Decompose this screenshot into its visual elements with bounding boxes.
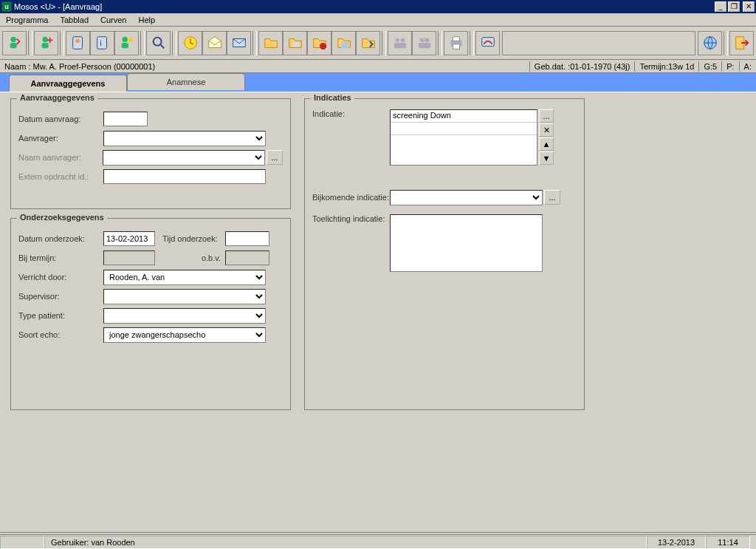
input-tijd-onderzoek[interactable] bbox=[225, 231, 269, 246]
label-verricht-door: Verricht door: bbox=[18, 273, 103, 282]
tool-person-add[interactable] bbox=[34, 31, 58, 55]
svg-point-15 bbox=[395, 38, 399, 43]
svg-rect-17 bbox=[394, 43, 406, 48]
svg-point-10 bbox=[153, 38, 161, 46]
label-type-patient: Type patient: bbox=[18, 311, 103, 320]
svg-point-16 bbox=[400, 38, 405, 43]
svg-point-14 bbox=[320, 43, 326, 50]
tool-group-1[interactable] bbox=[388, 31, 412, 55]
label-obv: o.b.v. bbox=[162, 253, 225, 262]
label-extern-opdracht: Extern opdracht id.: bbox=[18, 172, 103, 181]
group-onderzoeksgegevens: Onderzoeksgegevens Datum onderzoek: Tijd… bbox=[10, 218, 291, 410]
patient-name: Naam : Mw. A. Proef-Persoon (00000001) bbox=[0, 61, 159, 72]
svg-rect-22 bbox=[453, 37, 459, 41]
svg-rect-3 bbox=[41, 43, 48, 48]
tab-anamnese[interactable]: Anamnese bbox=[127, 73, 245, 90]
tab-strip: Aanvraaggegevens Anamnese bbox=[0, 73, 756, 92]
tool-exit[interactable] bbox=[729, 31, 754, 55]
patient-p: P: bbox=[721, 61, 738, 72]
label-supervisor: Supervisor: bbox=[18, 292, 103, 301]
group-indicaties: Indicaties Indicatie: screening Down ...… bbox=[304, 98, 585, 410]
tool-folder-warn[interactable] bbox=[307, 31, 331, 55]
restore-button[interactable]: ❐ bbox=[728, 1, 740, 12]
tool-folder-2[interactable] bbox=[283, 31, 307, 55]
tool-folder-3[interactable] bbox=[331, 31, 356, 55]
tool-mail-send[interactable] bbox=[227, 31, 251, 55]
patient-a: A: bbox=[739, 61, 756, 72]
label-bijkomende-indicatie: Bijkomende indicatie: bbox=[312, 193, 390, 202]
menu-bar: Programma Tabblad Curven Help bbox=[0, 13, 756, 27]
tool-person-back[interactable] bbox=[2, 31, 27, 55]
tool-folder-1[interactable] bbox=[258, 31, 283, 55]
label-datum-aanvraag: Datum aanvraag: bbox=[18, 115, 103, 123]
tool-clipboard-person[interactable] bbox=[66, 31, 90, 55]
button-indicatie-up[interactable]: ▲ bbox=[539, 137, 554, 151]
list-item[interactable]: screening Down bbox=[391, 110, 537, 123]
tool-group-2[interactable] bbox=[412, 31, 436, 55]
select-supervisor[interactable] bbox=[103, 289, 266, 304]
menu-programma[interactable]: Programma bbox=[0, 15, 54, 25]
group-legend: Aanvraaggegevens bbox=[17, 93, 97, 102]
toolbar-spacer bbox=[502, 31, 695, 55]
svg-point-0 bbox=[10, 37, 16, 42]
content-area: Aanvraaggegevens Datum aanvraag: Aanvrag… bbox=[0, 92, 756, 523]
tab-label: Aanvraaggegevens bbox=[31, 79, 106, 88]
button-naam-aanvrager-ellipsis[interactable]: ... bbox=[267, 150, 283, 165]
select-naam-aanvrager[interactable] bbox=[103, 150, 265, 166]
tool-globe[interactable] bbox=[698, 31, 722, 55]
svg-point-5 bbox=[75, 39, 80, 44]
patient-gebdat: Geb.dat. :01-01-1970 (43j) bbox=[529, 61, 635, 72]
label-aanvrager: Aanvrager: bbox=[18, 134, 103, 143]
status-left-blank bbox=[0, 536, 44, 549]
svg-point-18 bbox=[419, 38, 424, 43]
label-tijd-onderzoek: Tijd onderzoek: bbox=[162, 234, 225, 243]
list-item-empty[interactable] bbox=[391, 123, 537, 135]
menu-curven[interactable]: Curven bbox=[94, 15, 132, 25]
button-indicatie-down[interactable]: ▼ bbox=[539, 151, 554, 165]
patient-termijn: Termijn:13w 1d bbox=[634, 61, 698, 72]
status-user: Gebruiker: van Rooden bbox=[44, 536, 647, 549]
status-time: 11:14 bbox=[706, 536, 750, 549]
minimize-button[interactable]: _ bbox=[715, 1, 726, 12]
tool-person-star[interactable] bbox=[114, 31, 139, 55]
list-indicatie[interactable]: screening Down bbox=[390, 109, 537, 166]
tab-aanvraaggegevens[interactable]: Aanvraaggegevens bbox=[9, 75, 127, 92]
close-window-button[interactable]: ✕ bbox=[743, 1, 755, 12]
button-indicatie-ellipsis[interactable]: ... bbox=[539, 109, 554, 123]
tool-clipboard-info[interactable]: i bbox=[90, 31, 114, 55]
svg-point-2 bbox=[42, 37, 47, 42]
tool-search[interactable] bbox=[146, 31, 171, 55]
status-date: 13-2-2013 bbox=[647, 536, 706, 549]
info-bar: Naam : Mw. A. Proef-Persoon (00000001) G… bbox=[0, 60, 756, 73]
select-aanvrager[interactable] bbox=[103, 131, 266, 146]
button-indicatie-remove[interactable]: ✕ bbox=[539, 123, 554, 137]
group-legend: Onderzoeksgegevens bbox=[17, 213, 107, 222]
input-obv bbox=[225, 250, 269, 265]
tool-print[interactable] bbox=[444, 31, 468, 55]
toolbar: i bbox=[0, 27, 756, 60]
label-soort-echo: Soort echo: bbox=[18, 330, 103, 339]
tool-folder-4[interactable] bbox=[356, 31, 380, 55]
select-bijkomende-indicatie[interactable] bbox=[390, 190, 543, 205]
svg-rect-1 bbox=[10, 43, 16, 48]
select-soort-echo[interactable]: jonge zwangerschapsecho bbox=[103, 327, 266, 343]
menu-help[interactable]: Help bbox=[132, 15, 161, 25]
input-datum-onderzoek[interactable] bbox=[103, 231, 155, 246]
tool-mail-open[interactable] bbox=[202, 31, 227, 55]
textarea-toelichting-indicatie[interactable] bbox=[390, 214, 543, 272]
input-datum-aanvraag[interactable] bbox=[103, 112, 148, 126]
select-type-patient[interactable] bbox=[103, 308, 266, 324]
svg-point-19 bbox=[425, 38, 429, 43]
tool-screen[interactable] bbox=[475, 31, 500, 55]
select-verricht-door[interactable]: Rooden, A. van bbox=[103, 270, 266, 285]
label-indicatie: Indicatie: bbox=[312, 109, 390, 118]
svg-rect-20 bbox=[418, 43, 430, 48]
input-extern-opdracht[interactable] bbox=[103, 169, 266, 184]
group-aanvraaggegevens: Aanvraaggegevens Datum aanvraag: Aanvrag… bbox=[10, 98, 291, 209]
label-bij-termijn: Bij termijn: bbox=[18, 253, 103, 262]
menu-tabblad[interactable]: Tabblad bbox=[54, 15, 94, 25]
tool-clock[interactable] bbox=[178, 31, 202, 55]
button-bijkomende-ellipsis[interactable]: ... bbox=[544, 190, 560, 205]
label-naam-aanvrager: Naam aanvrager: bbox=[18, 153, 103, 162]
patient-g: G:5 bbox=[698, 61, 721, 72]
